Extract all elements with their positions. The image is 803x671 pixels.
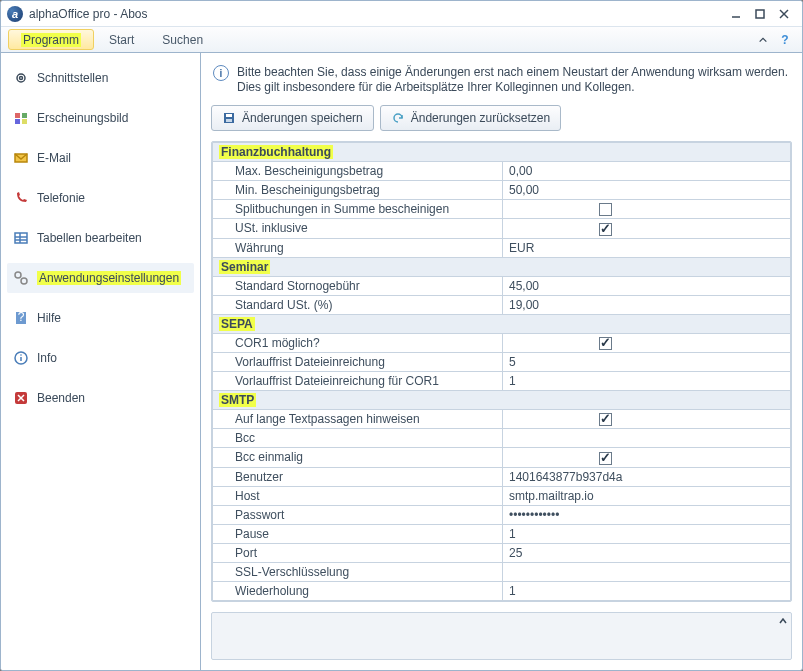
- setting-row[interactable]: Passwort••••••••••••: [213, 505, 791, 524]
- minimize-button[interactable]: [724, 5, 748, 23]
- sidebar-item-label: Erscheinungsbild: [37, 111, 128, 125]
- notes-panel[interactable]: [211, 612, 792, 660]
- sidebar-item-hilfe[interactable]: ? Hilfe: [7, 303, 194, 333]
- save-icon: [222, 111, 236, 125]
- menu-bar: Programm Start Suchen ?: [1, 27, 802, 53]
- info-icon: i: [213, 65, 229, 81]
- svg-point-16: [21, 278, 27, 284]
- exit-icon: [13, 390, 29, 406]
- scroll-up-icon[interactable]: [777, 615, 789, 627]
- svg-rect-9: [22, 119, 27, 124]
- phone-icon: [13, 190, 29, 206]
- svg-rect-26: [226, 114, 232, 117]
- sidebar-item-label: Anwendungseinstellungen: [37, 271, 181, 285]
- checkbox[interactable]: [599, 337, 612, 350]
- setting-row[interactable]: Hostsmtp.mailtrap.io: [213, 486, 791, 505]
- mail-icon: [13, 150, 29, 166]
- category-finanz: Finanzbuchhaltung: [213, 143, 791, 162]
- sidebar-item-label: Beenden: [37, 391, 85, 405]
- maximize-button[interactable]: [748, 5, 772, 23]
- sidebar-item-telefonie[interactable]: Telefonie: [7, 183, 194, 213]
- sidebar-item-label: Info: [37, 351, 57, 365]
- sidebar-item-tabellen[interactable]: Tabellen bearbeiten: [7, 223, 194, 253]
- setting-row[interactable]: Wiederholung1: [213, 581, 791, 600]
- sidebar-item-beenden[interactable]: Beenden: [7, 383, 194, 413]
- svg-point-5: [20, 77, 23, 80]
- save-button-label: Änderungen speichern: [242, 111, 363, 125]
- setting-row[interactable]: Benutzer1401643877b937d4a: [213, 467, 791, 486]
- setting-row[interactable]: Min. Bescheinigungsbetrag50,00: [213, 181, 791, 200]
- setting-row[interactable]: Standard Stornogebühr45,00: [213, 276, 791, 295]
- svg-rect-1: [756, 10, 764, 18]
- close-button[interactable]: [772, 5, 796, 23]
- menu-start[interactable]: Start: [96, 29, 147, 50]
- svg-rect-8: [15, 119, 20, 124]
- setting-row[interactable]: Vorlauffrist Dateieinreichung5: [213, 352, 791, 371]
- gear-icon: [13, 70, 29, 86]
- checkbox[interactable]: [599, 223, 612, 236]
- setting-row[interactable]: SSL-Verschlüsselung: [213, 562, 791, 581]
- appearance-icon: [13, 110, 29, 126]
- undo-icon: [391, 111, 405, 125]
- svg-rect-6: [15, 113, 20, 118]
- info-bar: i Bitte beachten Sie, dass einige Änderu…: [211, 61, 792, 105]
- sidebar-item-label: Hilfe: [37, 311, 61, 325]
- setting-row[interactable]: Max. Bescheinigungsbetrag0,00: [213, 162, 791, 181]
- sidebar-item-erscheinungsbild[interactable]: Erscheinungsbild: [7, 103, 194, 133]
- collapse-ribbon-icon[interactable]: [752, 27, 774, 52]
- svg-point-21: [20, 354, 22, 356]
- toolbar: Änderungen speichern Änderungen zurückse…: [211, 105, 792, 131]
- setting-row[interactable]: WährungEUR: [213, 238, 791, 257]
- category-sepa: SEPA: [213, 314, 791, 333]
- menu-programm[interactable]: Programm: [8, 29, 94, 50]
- sidebar: Schnittstellen Erscheinungsbild E-Mail T…: [1, 53, 201, 670]
- sidebar-item-label: Schnittstellen: [37, 71, 108, 85]
- svg-rect-27: [226, 119, 232, 122]
- sidebar-item-anwendungseinstellungen[interactable]: Anwendungseinstellungen: [7, 263, 194, 293]
- sidebar-item-label: Telefonie: [37, 191, 85, 205]
- window-title: alphaOffice pro - Abos: [29, 7, 724, 21]
- category-seminar: Seminar: [213, 257, 791, 276]
- info-icon: [13, 350, 29, 366]
- sidebar-item-schnittstellen[interactable]: Schnittstellen: [7, 63, 194, 93]
- content-area: i Bitte beachten Sie, dass einige Änderu…: [201, 53, 802, 670]
- setting-row[interactable]: Port25: [213, 543, 791, 562]
- setting-row[interactable]: Splitbuchungen in Summe bescheinigen: [213, 200, 791, 219]
- setting-row[interactable]: Auf lange Textpassagen hinweisen: [213, 409, 791, 428]
- help-book-icon: ?: [13, 310, 29, 326]
- save-button[interactable]: Änderungen speichern: [211, 105, 374, 131]
- svg-text:?: ?: [18, 310, 25, 324]
- sidebar-item-label: E-Mail: [37, 151, 71, 165]
- sidebar-item-label: Tabellen bearbeiten: [37, 231, 142, 245]
- settings-grid: Finanzbuchhaltung Max. Bescheinigungsbet…: [211, 141, 792, 602]
- svg-point-4: [17, 74, 25, 82]
- menu-suchen[interactable]: Suchen: [149, 29, 216, 50]
- sidebar-item-email[interactable]: E-Mail: [7, 143, 194, 173]
- category-smtp: SMTP: [213, 390, 791, 409]
- svg-point-15: [15, 272, 21, 278]
- checkbox[interactable]: [599, 452, 612, 465]
- settings-icon: [13, 270, 29, 286]
- setting-row[interactable]: USt. inklusive: [213, 219, 791, 238]
- setting-row[interactable]: Vorlauffrist Dateieinreichung für COR11: [213, 371, 791, 390]
- table-icon: [13, 230, 29, 246]
- checkbox[interactable]: [599, 413, 612, 426]
- svg-rect-11: [15, 233, 27, 243]
- title-bar: a alphaOffice pro - Abos: [1, 1, 802, 27]
- help-icon[interactable]: ?: [774, 27, 796, 52]
- setting-row[interactable]: Bcc: [213, 429, 791, 448]
- reset-button-label: Änderungen zurücksetzen: [411, 111, 550, 125]
- app-logo-icon: a: [7, 6, 23, 22]
- sidebar-item-info[interactable]: Info: [7, 343, 194, 373]
- app-window: a alphaOffice pro - Abos Programm Start …: [0, 0, 803, 671]
- reset-button[interactable]: Änderungen zurücksetzen: [380, 105, 561, 131]
- svg-rect-7: [22, 113, 27, 118]
- setting-row[interactable]: Pause1: [213, 524, 791, 543]
- setting-row[interactable]: Bcc einmalig: [213, 448, 791, 467]
- setting-row[interactable]: Standard USt. (%)19,00: [213, 295, 791, 314]
- checkbox[interactable]: [599, 203, 612, 216]
- setting-row[interactable]: COR1 möglich?: [213, 333, 791, 352]
- info-text: Bitte beachten Sie, dass einige Änderung…: [237, 65, 788, 95]
